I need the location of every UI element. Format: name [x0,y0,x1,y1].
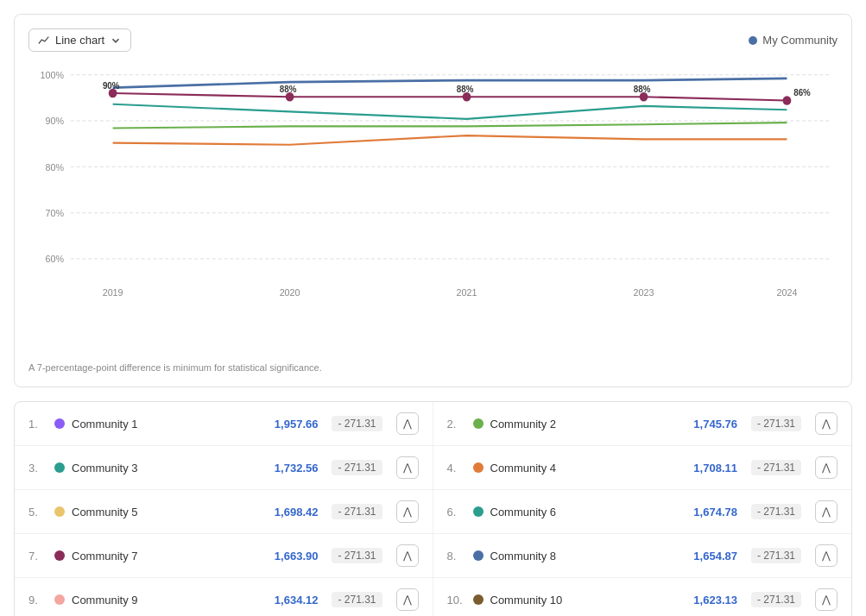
chart-wrapper: 100% 90% 80% 70% 60% 2019 2020 2021 2023… [28,66,838,359]
community-value: 1,708.11 [693,462,737,475]
svg-text:100%: 100% [41,69,64,80]
community-name: Community 2 [490,418,687,431]
expand-button[interactable]: ⋀ [815,544,838,567]
community-name: Community 9 [72,594,268,607]
main-container: Line chart My Community 100% 9 [0,0,866,616]
chart-section: Line chart My Community 100% 9 [14,14,852,387]
community-item: 3. Community 3 1,732.56 - 271.31 ⋀ [15,446,433,490]
community-name: Community 10 [490,594,687,607]
svg-text:60%: 60% [46,254,64,265]
community-color-dot [473,594,484,605]
community-color-dot [54,550,65,561]
community-name: Community 1 [72,418,268,431]
community-diff: - 271.31 [332,504,382,519]
svg-text:2019: 2019 [103,286,123,298]
community-rank: 8. [447,550,466,563]
community-name: Community 5 [72,506,268,519]
community-diff: - 271.31 [751,592,801,607]
community-value: 1,698.42 [275,506,319,519]
community-rank: 7. [28,550,47,563]
svg-text:2020: 2020 [280,286,300,298]
expand-button[interactable]: ⋀ [815,588,838,611]
svg-text:2023: 2023 [634,286,654,298]
community-diff: - 271.31 [332,460,382,475]
community-diff: - 271.31 [751,416,801,431]
svg-text:2021: 2021 [457,286,477,298]
line-chart-icon [38,35,50,47]
community-item: 10. Community 10 1,623.13 - 271.31 ⋀ [433,578,852,616]
community-value: 1,663.90 [275,550,319,563]
community-item: 7. Community 7 1,663.90 - 271.31 ⋀ [15,534,433,578]
community-value: 1,674.78 [693,506,737,519]
community-color-dot [473,462,484,473]
community-item: 9. Community 9 1,634.12 - 271.31 ⋀ [15,578,433,616]
chart-header: Line chart My Community [28,28,838,52]
community-value: 1,654.87 [693,550,737,563]
community-item: 4. Community 4 1,708.11 - 271.31 ⋀ [433,446,852,490]
community-value: 1,623.13 [693,594,737,607]
svg-text:86%: 86% [793,88,811,97]
chevron-down-icon [110,35,122,47]
community-rank: 10. [447,594,466,607]
community-value: 1,957.66 [275,418,319,431]
community-rank: 2. [447,418,466,431]
community-color-dot [473,550,484,561]
expand-button[interactable]: ⋀ [396,412,419,435]
community-rank: 3. [28,462,47,475]
community-item: 6. Community 6 1,674.78 - 271.31 ⋀ [433,490,852,534]
community-diff: - 271.31 [751,504,801,519]
svg-text:90%: 90% [46,116,64,127]
community-list: 1. Community 1 1,957.66 - 271.31 ⋀ 2. Co… [14,401,852,616]
community-diff: - 271.31 [751,548,801,563]
community-diff: - 271.31 [332,548,382,563]
expand-button[interactable]: ⋀ [396,456,419,479]
community-rank: 9. [28,594,47,607]
svg-text:88%: 88% [457,85,474,94]
line-chart-svg: 100% 90% 80% 70% 60% 2019 2020 2021 2023… [28,66,838,342]
community-value: 1,745.76 [693,418,737,431]
community-diff: - 271.31 [751,460,801,475]
community-color-dot [54,594,65,605]
legend-my-community: My Community [749,34,838,47]
community-name: Community 7 [72,550,268,563]
svg-text:70%: 70% [46,207,64,218]
expand-button[interactable]: ⋀ [396,588,419,611]
expand-button[interactable]: ⋀ [396,500,419,523]
community-rank: 1. [28,418,47,431]
expand-button[interactable]: ⋀ [815,456,838,479]
svg-text:88%: 88% [280,85,297,94]
community-diff: - 271.31 [332,416,382,431]
chart-note: A 7-percentage-point difference is minim… [28,362,838,373]
community-name: Community 8 [490,550,687,563]
community-item: 1. Community 1 1,957.66 - 271.31 ⋀ [15,402,433,446]
expand-button[interactable]: ⋀ [815,412,838,435]
svg-text:80%: 80% [46,161,64,173]
expand-button[interactable]: ⋀ [815,500,838,523]
community-item: 8. Community 8 1,654.87 - 271.31 ⋀ [433,534,852,578]
chart-type-selector[interactable]: Line chart [28,28,131,52]
community-item: 5. Community 5 1,698.42 - 271.31 ⋀ [15,490,433,534]
community-color-dot [473,418,484,429]
community-rank: 5. [28,506,47,519]
svg-text:2024: 2024 [777,286,798,298]
community-name: Community 4 [490,462,687,475]
community-name: Community 6 [490,506,687,519]
svg-text:88%: 88% [634,85,651,94]
community-color-dot [54,462,65,473]
svg-text:90%: 90% [103,80,120,90]
community-name: Community 3 [72,462,268,475]
svg-point-19 [783,96,792,105]
community-rank: 6. [447,506,466,519]
community-color-dot [54,418,65,429]
community-color-dot [54,506,65,517]
community-diff: - 271.31 [332,592,382,607]
legend-label: My Community [762,34,838,47]
community-rank: 4. [447,462,466,475]
community-item: 2. Community 2 1,745.76 - 271.31 ⋀ [433,402,852,446]
expand-button[interactable]: ⋀ [396,544,419,567]
legend-dot [749,36,757,45]
community-value: 1,732.56 [275,462,319,475]
chart-type-label: Line chart [55,34,104,47]
community-color-dot [473,506,484,517]
community-value: 1,634.12 [275,594,319,607]
